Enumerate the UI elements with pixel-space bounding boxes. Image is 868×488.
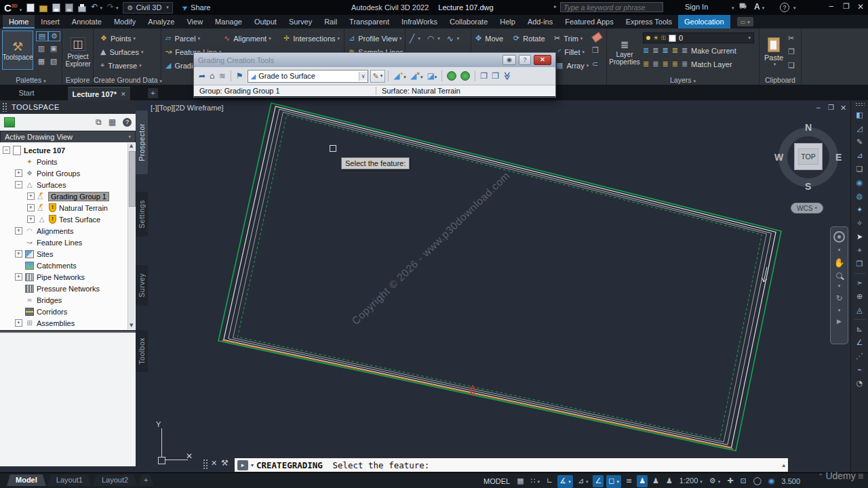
grading-criteria-combobox[interactable]: ◢ Grade to Surface ∨ [248,70,368,83]
rotate-button[interactable]: ⟳Rotate [513,34,545,43]
tab-geolocation[interactable]: Geolocation [678,15,730,28]
layer-unlock2-icon[interactable]: ≣ [672,60,678,68]
markup-icon[interactable]: ▦ [36,57,47,66]
intersections-button[interactable]: ✛Intersections▾ [283,34,340,43]
edit-criteria-button[interactable]: ✎▾ [370,70,386,83]
tab-close-icon[interactable]: ✕ [121,91,126,98]
tab-view[interactable]: View [180,15,209,28]
sheet-set-icon[interactable]: ▥ [36,44,47,53]
tool-icon[interactable]: ✦ [856,205,863,214]
layout1-tab[interactable]: Layout1 [47,474,92,486]
layer-lock-icon[interactable]: ≣ [672,46,678,55]
tool-icon[interactable]: ❏ [856,165,863,174]
panorama-icon[interactable]: ▦ [108,117,116,127]
tool-icon[interactable]: ⋰ [856,352,863,361]
clean-screen-icon[interactable]: ◯ [751,475,764,487]
tree-row[interactable]: +Sites [3,248,136,260]
scroll-down-icon[interactable]: ▼ [130,323,133,328]
tool-palettes-icon[interactable]: ▣ [48,44,59,53]
dialog-close-icon[interactable]: ✕ [534,55,551,65]
data-shortcuts-icon[interactable]: ⧉ [96,117,102,127]
autodesk-apps-icon[interactable]: A▾ [754,2,764,12]
points-button[interactable]: ❖Points▾ [100,34,136,43]
layout2-tab[interactable]: Layout2 [93,474,137,486]
nav-orbit-icon[interactable]: ↻ [835,293,842,303]
tab-modify[interactable]: Modify [108,15,142,28]
viewcube-east[interactable]: E [835,152,842,163]
erase-icon[interactable] [591,32,602,43]
tool-icon[interactable]: ◬ [856,306,862,314]
settings-palette-icon[interactable]: ⚙ [48,31,60,41]
profile-view-button[interactable]: ⊿Profile View▾ [349,34,402,43]
polar-tracking-icon[interactable]: ∡▾ [557,475,572,488]
move-button[interactable]: ✥Move [475,34,503,43]
toolbox-tab[interactable]: Toolbox [136,330,148,372]
tool-icon[interactable]: ➤ [856,232,863,241]
combo-caret-icon[interactable]: ∨ [359,72,368,81]
create-grading-icon[interactable]: ◢✦▾ [393,71,406,81]
tree-row[interactable]: +Pipe Networks [3,271,136,283]
search-expand-icon[interactable]: ▸ [554,3,557,9]
layer-off-icon[interactable]: ≣ [662,46,668,55]
tab-manage[interactable]: Manage [209,15,248,28]
navigation-bar[interactable]: ▾ ✋ ▾ ↻ ▾ ▶ [830,226,848,344]
make-current-icon[interactable]: ≣ [682,46,688,55]
draw-line-icon[interactable]: ╱ [410,34,414,43]
snap-mode-icon[interactable]: ∷▾ [529,475,542,488]
tab-annotate[interactable]: Annotate [66,15,108,28]
annotation-visibility-icon[interactable]: ♟ [637,475,648,487]
layers-panel-label[interactable]: Layers▾ [607,76,759,84]
tab-analyze[interactable]: Analyze [142,15,180,28]
scroll-thumb[interactable] [129,151,136,207]
layer-freeze-icon[interactable]: ≣ [652,46,658,55]
annotation-scale-value[interactable]: 1:200▾ [677,474,705,488]
parcel-button[interactable]: ▱Parcel▾ [165,34,200,43]
tree-row[interactable]: ≍Bridges [3,294,136,306]
tab-featured-apps[interactable]: Featured Apps [559,15,620,28]
tool-icon[interactable]: ◧ [856,110,863,119]
ortho-mode-icon[interactable]: ∟ [545,475,555,487]
tab-home[interactable]: Home [3,15,35,28]
tool-icon[interactable]: ❐ [856,260,863,268]
layer-selector[interactable]: ☀ ⚿ 0 ▾ [643,33,754,43]
tree-row[interactable]: +❖Point Groups [3,167,136,179]
toolspace-button[interactable]: ⚒ Toolspace [2,30,33,70]
plot-icon[interactable] [78,6,86,12]
tool-icon[interactable]: ⌁ [857,365,862,374]
annotation-scale-icon[interactable]: ♟ [664,475,675,487]
grading-volume-tools-icon[interactable]: ❐ [492,71,499,81]
viewcube-north[interactable]: N [805,122,812,133]
viewcube-west[interactable]: W [774,152,783,163]
draw-polyline-icon[interactable]: ∿ [447,34,454,43]
tree-scrollbar[interactable]: ▲ ▼ [127,143,135,329]
command-line-palette-icon[interactable]: ▧ [48,57,59,66]
command-line-wrench-icon[interactable]: ⚒ [221,458,229,468]
drawing-canvas[interactable]: [-][Top][2D Wireframe] Copyright © 2026 … [148,100,868,472]
tree-row[interactable]: +△◤!Natural Terrain [3,202,136,214]
tab-addins[interactable]: Add-ins [521,15,559,28]
copy-clip-icon[interactable]: ❐ [788,47,795,56]
tool-icon[interactable]: ✧ [856,219,863,228]
document-tab[interactable]: Lecture 107* ✕ [68,87,130,101]
survey-tab[interactable]: Survey [136,265,148,306]
tab-infraworks[interactable]: InfraWorks [395,15,443,28]
search-input[interactable] [560,2,663,12]
autoscale-icon[interactable]: ♟ [650,475,661,487]
nav-pan-icon[interactable]: ✋ [833,258,844,268]
cut-icon[interactable]: ✂ [788,34,794,43]
viewport-controls[interactable]: [-][Top][2D Wireframe] [151,104,224,112]
palette-grip[interactable] [2,102,7,112]
command-prompt-icon[interactable]: ▸ [237,460,248,470]
select-criteria-set-icon[interactable]: ⚑ [236,71,243,81]
add-layout-button[interactable]: + [138,474,153,486]
sign-in-button[interactable]: Sign In [685,3,708,11]
tool-icon[interactable]: ∠ [856,338,863,347]
viewcube-top-face[interactable]: TOP [794,143,823,170]
tab-output[interactable]: Output [248,15,283,28]
share-button[interactable]: ➤ Share [182,3,211,12]
set-layer-icon[interactable]: ≋ [219,71,226,81]
surface-properties-icon[interactable] [460,71,470,81]
tool-icon[interactable]: ⌖ [857,246,861,255]
delete-grading-icon[interactable]: ◢✕▾ [410,71,423,81]
ground-data-panel-label[interactable]: Create Ground Data▾ [94,76,161,84]
